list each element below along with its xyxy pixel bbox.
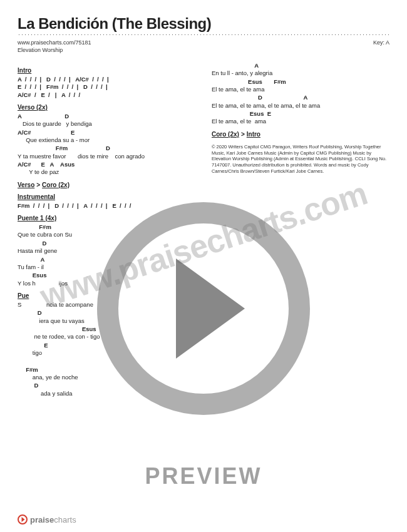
section-verso: Verso (2x) bbox=[18, 104, 195, 111]
lyric-line bbox=[18, 357, 195, 365]
chord-line: Esus F#m bbox=[212, 78, 389, 86]
chord-line: Esus E bbox=[212, 110, 389, 118]
play-logo-icon bbox=[18, 514, 28, 524]
column-left: Intro A / / / | D / / / | A/C# / / / | E… bbox=[18, 62, 195, 398]
chord-line: E / / / | F#m / / / | D / / / | bbox=[18, 83, 195, 91]
chord-line: F#m bbox=[18, 223, 195, 231]
chord-line: F#m / / / | D / / / | A / / / | E / / / bbox=[18, 202, 195, 210]
lyric-line: Y te de paz bbox=[18, 168, 195, 176]
chord-line: F#m D bbox=[18, 145, 195, 152]
lyric-line: Que extienda su a - mor bbox=[18, 136, 195, 144]
section-instrumental: Instrumental bbox=[18, 193, 195, 200]
copyright-text: © 2020 Writers Capitol CMG Paragon, Writ… bbox=[212, 144, 389, 175]
lyric-line: Dios te guarde y bendiga bbox=[18, 120, 195, 128]
chord-line: A D bbox=[18, 113, 195, 120]
page-title: La Bendición (The Blessing) bbox=[18, 15, 389, 33]
chord-line: Esus bbox=[18, 272, 195, 279]
chord-line: A/C# E bbox=[18, 129, 195, 136]
content-columns: Intro A / / / | D / / / | A/C# / / / | E… bbox=[18, 62, 389, 398]
column-right: A En tu ll - anto, y alegria Esus F#m El… bbox=[212, 62, 389, 398]
lyric-line: ne te rodee, va con - tigo bbox=[18, 333, 195, 340]
chord-line: D bbox=[18, 382, 195, 389]
lyric-line: En tu ll - anto, y alegria bbox=[212, 69, 389, 77]
chord-line: A bbox=[18, 256, 195, 263]
nav-coro-intro: Coro (2x)>Intro bbox=[212, 131, 389, 138]
chord-line: A/C# E A Asus bbox=[18, 161, 195, 168]
chord-line: A / / / | D / / / | A/C# / / / | bbox=[18, 76, 195, 83]
chord-line: Esus bbox=[18, 325, 195, 333]
chord-line: E bbox=[18, 342, 195, 349]
footer-logo: praisecharts bbox=[18, 514, 76, 524]
title-divider bbox=[18, 34, 389, 36]
chord-line: D A bbox=[212, 94, 389, 101]
chord-line: A/C# / E / | A / / / bbox=[18, 91, 195, 99]
chord-line: D bbox=[18, 240, 195, 247]
lyric-line: S ncia te acompane bbox=[18, 301, 195, 309]
section-intro: Intro bbox=[18, 67, 195, 74]
lyric-line: tigo bbox=[18, 349, 195, 357]
section-puente1: Puente 1 (4x) bbox=[18, 215, 195, 222]
source-url: www.praisecharts.com/75181 bbox=[18, 39, 91, 46]
artist-name: Elevation Worship bbox=[18, 47, 389, 53]
lyric-line: ana, ye de noche bbox=[18, 374, 195, 381]
lyric-line: El te ama, el te ama bbox=[212, 118, 389, 125]
chord-line: F#m bbox=[18, 366, 195, 374]
chord-line: A bbox=[212, 62, 389, 69]
lyric-line: ada y salida bbox=[18, 390, 195, 397]
preview-label: PREVIEW bbox=[145, 463, 262, 489]
key-label: Key: A bbox=[373, 39, 389, 46]
lyric-line: El te ama, el te ama, el te ama, el te a… bbox=[212, 102, 389, 110]
lyric-line: Y ta muestre favor dios te mire con agra… bbox=[18, 153, 195, 160]
lyric-line: Tu fam - il bbox=[18, 263, 195, 271]
nav-verso-coro: Verso>Coro (2x) bbox=[18, 182, 195, 188]
lyric-line: Que te cubra con Su bbox=[18, 231, 195, 238]
section-puente2: Pue bbox=[18, 292, 195, 299]
lyric-line: iera que tu vayas bbox=[18, 317, 195, 325]
lyric-line: Hasta mil gene bbox=[18, 247, 195, 255]
lyric-line: Y los h ijos bbox=[18, 280, 195, 287]
logo-text: praisecharts bbox=[30, 515, 76, 524]
lyric-line: El te ama, el te ama bbox=[212, 86, 389, 93]
chord-line: D bbox=[18, 309, 195, 317]
